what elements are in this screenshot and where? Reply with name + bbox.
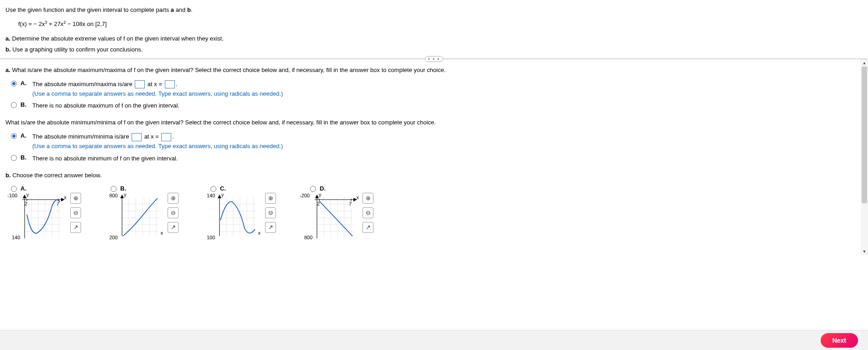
graph-d-area: -200 y x 2 7 800 <box>303 193 373 240</box>
open-icon[interactable]: ↗ <box>265 222 276 233</box>
text: Use the given function and the given int… <box>5 6 171 13</box>
y-bot: 800 <box>304 235 312 240</box>
answer-area: a. What is/are the absolute maximum/maxi… <box>0 59 868 255</box>
text: . <box>191 6 193 13</box>
scroll-thumb[interactable] <box>862 67 867 203</box>
hint-text: (Use a comma to separate answers as need… <box>32 142 863 151</box>
zoom-out-icon[interactable]: ⊖ <box>70 207 81 218</box>
zoom-in-icon[interactable]: ⊕ <box>168 193 179 204</box>
svg-marker-29 <box>120 195 124 198</box>
qb-prompt: b. Choose the correct answer below. <box>5 172 863 179</box>
radio-q2-b[interactable] <box>11 155 17 161</box>
x-axis-label: x <box>161 230 163 236</box>
x-axis-label: x <box>64 195 67 200</box>
bold-a: a <box>171 6 174 13</box>
graph-choice-d: D. <box>310 185 328 192</box>
choice-label: C. <box>220 185 228 192</box>
zoom-in-icon[interactable]: ⊕ <box>265 193 276 204</box>
radio-qb-a[interactable] <box>11 186 17 192</box>
bold-b: b <box>187 6 191 13</box>
graph-a-tools: ⊕ ⊖ ↗ <box>70 193 81 233</box>
scroll-track[interactable] <box>861 67 868 248</box>
graph-c-tools: ⊕ ⊖ ↗ <box>265 193 276 233</box>
label: b. <box>5 172 11 179</box>
radio-qb-c[interactable] <box>210 186 216 192</box>
graph-b: 800 y x 200 <box>108 193 163 240</box>
text: . <box>172 133 174 140</box>
text: f(x) = − 2x <box>18 21 45 28</box>
text: Use a graphing utility to confirm your c… <box>11 46 143 53</box>
text: There is no absolute minimum of f on the… <box>32 154 863 164</box>
graph-choice-a: A. <box>11 185 29 192</box>
open-icon[interactable]: ↗ <box>363 222 373 233</box>
x-tick-7: 7 <box>349 201 352 206</box>
text: The absolute maximum/maxima is/are <box>32 81 134 88</box>
graph-images-row: -100 y x 2 7 140 <box>11 193 863 240</box>
zoom-out-icon[interactable]: ⊖ <box>265 207 276 218</box>
y-axis-label: y <box>124 192 127 197</box>
radio-q1-a[interactable] <box>11 81 17 87</box>
part-b-line: b. Use a graphing utility to confirm you… <box>5 44 863 55</box>
graph-b-area: 800 y x 200 ⊕ ⊖ ↗ <box>108 193 179 240</box>
choice-label: D. <box>320 185 328 192</box>
radio-q2-a[interactable] <box>11 133 17 139</box>
answer-input-min-x[interactable] <box>161 133 171 141</box>
label: a. <box>5 35 10 42</box>
answer-input-max-value[interactable] <box>135 80 145 88</box>
zoom-in-icon[interactable]: ⊕ <box>70 193 81 204</box>
label: a. <box>5 67 10 73</box>
text: Determine the absolute extreme values of… <box>10 35 224 42</box>
function-expr: f(x) = − 2x3 + 27x2 − 108x on [2,7] <box>18 19 863 30</box>
zoom-out-icon[interactable]: ⊖ <box>363 207 373 218</box>
text: . <box>176 81 178 88</box>
answer-input-min-value[interactable] <box>132 133 142 141</box>
label: b. <box>5 46 11 53</box>
q1-prompt: a. What is/are the absolute maximum/maxi… <box>5 67 863 73</box>
choice-label: B. <box>20 154 29 161</box>
y-bot: 100 <box>207 235 215 240</box>
scrollbar[interactable]: ▲ ▼ <box>861 59 868 255</box>
graph-choice-b: B. <box>111 185 128 192</box>
scroll-down-icon[interactable]: ▼ <box>861 248 868 255</box>
part-a-line: a. Determine the absolute extreme values… <box>5 33 863 44</box>
y-bot: 140 <box>12 235 20 240</box>
question-header: Use the given function and the given int… <box>0 0 868 59</box>
text: + 27x <box>47 21 64 28</box>
y-top: -200 <box>300 193 310 198</box>
graph-c: 140 y x 100 <box>206 193 260 240</box>
text: at x = <box>143 133 160 140</box>
zoom-in-icon[interactable]: ⊕ <box>363 193 373 204</box>
open-icon[interactable]: ↗ <box>70 222 81 233</box>
x-tick-2: 2 <box>317 201 320 206</box>
choice-body: The absolute maximum/maxima is/are at x … <box>32 80 863 99</box>
radio-q1-b[interactable] <box>11 102 17 108</box>
x-axis-label: x <box>258 230 261 236</box>
text: at x = <box>146 81 163 88</box>
y-top: 140 <box>207 193 215 198</box>
open-icon[interactable]: ↗ <box>168 222 179 233</box>
text: and <box>174 6 187 13</box>
graph-a: -100 y x 2 7 140 <box>11 193 66 240</box>
hint-text: (Use a comma to separate answers as need… <box>32 89 863 99</box>
text: Choose the correct answer below. <box>11 172 102 179</box>
svg-marker-42 <box>218 195 221 198</box>
scroll-up-icon[interactable]: ▲ <box>861 59 868 67</box>
graph-d-tools: ⊕ ⊖ ↗ <box>363 193 373 233</box>
choice-label: A. <box>20 185 29 192</box>
graph-a-area: -100 y x 2 7 140 <box>11 193 81 240</box>
zoom-out-icon[interactable]: ⊖ <box>168 207 179 218</box>
choice-label: B. <box>120 185 128 192</box>
y-top: -100 <box>7 193 17 198</box>
intro-line: Use the given function and the given int… <box>5 5 863 15</box>
x-axis-label: x <box>357 195 359 200</box>
q1-choice-a: A. The absolute maximum/maxima is/are at… <box>11 80 863 99</box>
graph-c-area: 140 y x 100 ⊕ ⊖ ↗ <box>206 193 276 240</box>
y-axis-label: y <box>319 192 322 197</box>
q2-choice-a: A. The absolute minimum/minima is/are at… <box>11 132 863 151</box>
radio-qb-b[interactable] <box>111 186 117 192</box>
radio-qb-d[interactable] <box>310 186 316 192</box>
x-tick-7: 7 <box>56 201 59 206</box>
text: There is no absolute maximum of f on the… <box>32 101 863 111</box>
graph-choices-row: A. B. C. D. <box>11 185 863 192</box>
answer-input-max-x[interactable] <box>165 80 175 88</box>
